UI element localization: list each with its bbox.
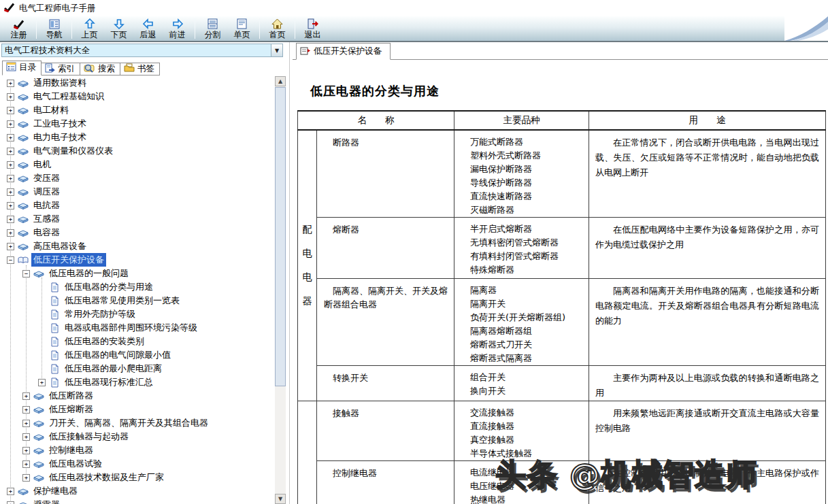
expand-icon[interactable]: + <box>7 161 14 169</box>
tree-item[interactable]: +刀开关、隔离器、隔离开关及其组合电器 <box>1 416 275 430</box>
scroll-down-icon[interactable]: ▼ <box>275 494 286 504</box>
tree-item-label[interactable]: 低压电器的一般问题 <box>47 267 131 280</box>
tree-item[interactable]: +避雷器 <box>1 498 275 504</box>
tree-item-label[interactable]: 低压电器的安装类别 <box>63 335 146 348</box>
exit-button[interactable]: 退出 <box>299 16 327 41</box>
sidebar-tab-搜索[interactable]: 搜索 <box>80 63 120 75</box>
page-up-button[interactable]: 上页 <box>76 16 103 41</box>
tree-item[interactable]: +调压器 <box>1 185 275 199</box>
tree-item[interactable]: +变压器 <box>1 171 275 185</box>
tree-item[interactable]: +高压电器设备 <box>1 239 275 253</box>
tree-item[interactable]: +低压断路器 <box>1 389 275 403</box>
book-selector-combobox[interactable]: 电气工程技术资料大全 ▼ <box>1 44 283 57</box>
tree-item[interactable]: +电气工程基础知识 <box>1 90 275 103</box>
chevron-down-icon[interactable]: ▼ <box>271 44 282 56</box>
expand-icon[interactable]: + <box>22 392 30 400</box>
tree-item-label[interactable]: 低压电器的最小爬电距离 <box>63 362 164 375</box>
home-button[interactable]: 首页 <box>263 16 291 41</box>
expand-icon[interactable]: + <box>7 188 14 196</box>
tree-item-label[interactable]: 低压电器技术数据及生产厂家 <box>47 471 166 484</box>
tree-item[interactable]: +低压电器现行标准汇总 <box>1 375 275 389</box>
expand-icon[interactable]: + <box>7 488 14 495</box>
tree-item[interactable]: +电气测量和仪器仪表 <box>1 144 275 158</box>
back-button[interactable]: 后退 <box>134 16 162 41</box>
tree-item-label[interactable]: 电气测量和仪器仪表 <box>31 144 115 158</box>
split-view-button[interactable]: 分割 <box>199 16 227 41</box>
sidebar-tab-书签[interactable]: 书签 <box>120 63 160 75</box>
collapse-icon[interactable]: − <box>22 270 30 278</box>
document-tab[interactable]: 低压开关保护设备 <box>296 43 391 60</box>
sidebar-tab-索引[interactable]: 索引 <box>41 63 80 75</box>
tree-item-label[interactable]: 低压接触器与起动器 <box>47 430 131 443</box>
tree-item-label[interactable]: 低压电器试验 <box>47 457 104 471</box>
tree-item-label[interactable]: 低压电器现行标准汇总 <box>63 375 155 389</box>
tree-item[interactable]: 低压电器的安装类别 <box>1 335 275 348</box>
tree-item-label[interactable]: 电工材料 <box>31 103 71 117</box>
sidebar-tab-目录[interactable]: 目录 <box>2 61 42 75</box>
tree-item[interactable]: −低压开关保护设备 <box>1 253 275 267</box>
tree-item-label[interactable]: 通用数据资料 <box>31 76 88 90</box>
expand-icon[interactable]: + <box>38 379 46 386</box>
tree-item-label[interactable]: 刀开关、隔离器、隔离开关及其组合电器 <box>47 416 210 430</box>
expand-icon[interactable]: + <box>22 433 30 441</box>
tree-item-label[interactable]: 工业电子技术 <box>31 117 88 131</box>
tree-item-label[interactable]: 保护继电器 <box>31 484 80 498</box>
tree-item-label[interactable]: 电抗器 <box>31 199 62 212</box>
collapse-icon[interactable]: − <box>7 256 14 264</box>
expand-icon[interactable]: + <box>7 134 14 141</box>
expand-icon[interactable]: + <box>22 474 30 482</box>
tree-item[interactable]: +电抗器 <box>1 199 275 212</box>
navigation-button[interactable]: 导航 <box>40 16 68 41</box>
tree-item-label[interactable]: 低压电器的分类与用途 <box>63 280 155 294</box>
expand-icon[interactable]: + <box>7 148 14 155</box>
register-button[interactable]: 注册 <box>5 16 33 41</box>
tree-item[interactable]: 低压电器的最小爬电距离 <box>1 362 275 375</box>
tree-item-label[interactable]: 电气工程基础知识 <box>31 90 106 103</box>
tree-item-label[interactable]: 电力电子技术 <box>31 131 88 144</box>
tree-item-label[interactable]: 控制继电器 <box>47 443 95 457</box>
expand-icon[interactable]: + <box>7 501 14 504</box>
panel-splitter[interactable] <box>289 42 290 504</box>
tree-item-label[interactable]: 互感器 <box>31 212 62 226</box>
single-page-button[interactable]: 单页 <box>228 16 256 41</box>
tree-item[interactable]: +控制继电器 <box>1 443 275 457</box>
tree-item[interactable]: −低压电器的一般问题 <box>1 267 275 280</box>
tree-item[interactable]: +保护继电器 <box>1 484 275 498</box>
tree-item-label[interactable]: 电容器 <box>31 226 62 239</box>
tree-item[interactable]: 低压电器常见使用类别一览表 <box>1 294 275 307</box>
scrollbar-thumb[interactable] <box>275 87 286 386</box>
tree-item[interactable]: +低压接触器与起动器 <box>1 430 275 443</box>
expand-icon[interactable]: + <box>22 420 30 427</box>
expand-icon[interactable]: + <box>7 80 14 87</box>
tree-item[interactable]: 低压电器的分类与用途 <box>1 280 275 294</box>
tree-item[interactable]: 低压电器的电气间隙最小值 <box>1 348 275 362</box>
tree-item-label[interactable]: 电机 <box>31 158 53 171</box>
expand-icon[interactable]: + <box>7 93 14 101</box>
tree-item[interactable]: +电工材料 <box>1 103 275 117</box>
expand-icon[interactable]: + <box>7 202 14 209</box>
forward-button[interactable]: 前进 <box>163 16 191 41</box>
tree-item[interactable]: +低压熔断器 <box>1 403 275 416</box>
tree-scrollbar[interactable]: ▲ ▼ <box>275 76 286 504</box>
tree-item[interactable]: 电器或电器部件周围环境污染等级 <box>1 321 275 335</box>
expand-icon[interactable]: + <box>7 243 14 250</box>
tree-item-label[interactable]: 变压器 <box>31 171 62 185</box>
tree-item-label[interactable]: 低压熔断器 <box>47 403 95 416</box>
expand-icon[interactable]: + <box>7 229 14 237</box>
expand-icon[interactable]: + <box>7 216 14 223</box>
expand-icon[interactable]: + <box>22 460 30 468</box>
expand-icon[interactable]: + <box>7 120 14 128</box>
tree-item[interactable]: +低压电器技术数据及生产厂家 <box>1 471 275 484</box>
tree-item[interactable]: +工业电子技术 <box>1 117 275 131</box>
tree-item[interactable]: +互感器 <box>1 212 275 226</box>
tree-item-label[interactable]: 高压电器设备 <box>31 239 88 253</box>
tree-item[interactable]: +电机 <box>1 158 275 171</box>
tree-item[interactable]: +电力电子技术 <box>1 131 275 144</box>
expand-icon[interactable]: + <box>7 107 14 114</box>
expand-icon[interactable]: + <box>7 175 14 182</box>
expand-icon[interactable]: + <box>22 447 30 454</box>
tree-item-label[interactable]: 低压断路器 <box>47 389 95 403</box>
tree-item[interactable]: +电容器 <box>1 226 275 239</box>
scroll-up-icon[interactable]: ▲ <box>275 76 286 86</box>
tree-item[interactable]: +通用数据资料 <box>1 76 275 90</box>
